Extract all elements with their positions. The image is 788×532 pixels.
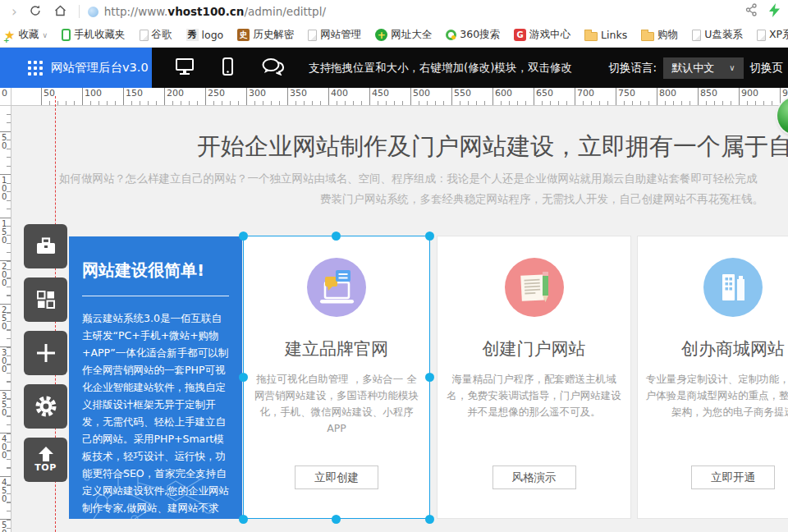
- ruler-label: 100: [85, 88, 102, 99]
- home-icon[interactable]: [53, 4, 67, 20]
- ruler-tick: [123, 88, 124, 105]
- bookmark-item[interactable]: +网址大全: [375, 28, 432, 42]
- card-desc: 海量精品门户程序，配套赠送主机域名，免费安装调试指导，门户网站建设并不是想像的那…: [445, 371, 622, 420]
- editor-tip-text: 支持拖拽位置和大小，右键增加(修改)模块，双击修改: [309, 61, 572, 76]
- bookmark-folder[interactable]: 购物: [641, 28, 678, 42]
- bookmark-item[interactable]: 360搜索: [446, 28, 500, 42]
- add-module-button[interactable]: [24, 331, 67, 375]
- bookmark-item[interactable]: 史历史解密: [237, 28, 294, 42]
- share-icon[interactable]: [744, 3, 758, 20]
- style-demo-button[interactable]: 风格演示: [492, 466, 576, 489]
- language-label: 切换语言:: [609, 61, 657, 76]
- bookmark-item[interactable]: 网站管理: [308, 28, 361, 42]
- lightning-icon[interactable]: [769, 3, 780, 21]
- bookmark-item[interactable]: G游戏中心: [514, 28, 570, 42]
- ruler-label: 1 0 0: [2, 177, 7, 201]
- ruler-tick: [328, 88, 329, 105]
- toolbox-button[interactable]: [24, 224, 67, 268]
- bookmark-item[interactable]: U盘装系: [692, 28, 743, 42]
- selection-handle[interactable]: [239, 232, 248, 241]
- ruler-label: 2 0 0: [2, 263, 7, 287]
- ruler-label: 300: [249, 88, 266, 99]
- card-title: 建立品牌官网: [244, 337, 429, 360]
- language-value: 默认中文: [671, 61, 714, 76]
- bookmark-item[interactable]: XP系统: [757, 28, 788, 42]
- chat-bubbles-icon[interactable]: [261, 57, 284, 79]
- open-now-button[interactable]: 立即开通: [691, 466, 775, 489]
- bookmark-mobile-folder[interactable]: 手机收藏夹: [62, 28, 126, 42]
- page-switch-link[interactable]: 切换页: [750, 61, 784, 76]
- card-brand-site[interactable]: 建立品牌官网 拖拉可视化自助管理 ，多站合一 全网营销网站建设，多国语种功能模块…: [243, 236, 430, 519]
- ruler-label: 450: [372, 88, 389, 99]
- page-icon: [757, 30, 766, 41]
- ruler-tick: [0, 390, 11, 391]
- page-icon: [140, 30, 149, 41]
- bookmark-label: 谷歌: [152, 28, 172, 42]
- bookmark-label: 360搜索: [460, 28, 500, 42]
- bookmark-label: 历史解密: [253, 28, 294, 42]
- card-title: 创建门户网站: [438, 337, 630, 360]
- ring-360-icon: [446, 30, 456, 40]
- forward-icon[interactable]: ›: [11, 5, 17, 19]
- chevron-down-icon: ∨: [729, 63, 735, 72]
- ruler-tick: [0, 218, 11, 218]
- ruler-tick: [246, 88, 247, 105]
- ruler-label: 900: [741, 88, 758, 99]
- promo-title: 网站建设很简单!: [82, 259, 229, 282]
- ruler-tick: [0, 519, 11, 520]
- bookmark-label: 购物: [657, 28, 678, 42]
- bookmark-item[interactable]: 秀logo: [186, 29, 224, 41]
- bookmark-label: XP系统: [769, 28, 788, 42]
- card-mall-site[interactable]: 创办商城网站 专业量身定制设计、定制功能，注重用户体验是商城型网站的重点，整合S…: [637, 236, 788, 519]
- promo-panel[interactable]: 网站建设很简单! 巅云建站系统3.0是一佰互联自主研发“PC+手机+微站+购物+…: [69, 236, 242, 519]
- selection-handle[interactable]: [425, 515, 434, 524]
- ruler-tick: [0, 260, 11, 261]
- ruler-tick: [410, 88, 411, 105]
- bookmark-folder[interactable]: Links: [584, 29, 627, 41]
- card-desc: 专业量身定制设计、定制功能，注重用户体验是商城型网站的重点，整合SEO架构，为您…: [645, 371, 788, 420]
- bookmark-favorites[interactable]: ★收藏∨: [4, 28, 48, 43]
- ruler-tick: [164, 88, 165, 105]
- bookmark-label: 网站管理: [320, 28, 361, 42]
- modules-button[interactable]: [24, 277, 67, 322]
- vertical-ruler: 5 01 0 01 5 02 0 02 5 03 0 03 5 04 0 04 …: [0, 106, 11, 532]
- desktop-view-icon[interactable]: [175, 57, 195, 79]
- bookmark-item[interactable]: 谷歌: [140, 28, 172, 42]
- folder-icon: [641, 32, 654, 41]
- create-now-button[interactable]: 立即创建: [295, 466, 378, 489]
- selection-handle[interactable]: [425, 373, 434, 382]
- game-g-icon: G: [514, 29, 526, 41]
- settings-button[interactable]: [24, 384, 67, 429]
- back-to-top-button[interactable]: TOP: [24, 438, 67, 482]
- ruler-tick: [739, 88, 740, 105]
- ruler-label: 800: [659, 88, 676, 99]
- mobile-view-icon[interactable]: [222, 57, 233, 79]
- ruler-tick: [0, 174, 11, 175]
- ruler-label: 4 5 0: [2, 479, 7, 503]
- admin-topbar: 网站管理后台v3.0 支持拖拽位置和大小，右键增加(修改)模块，双击修改 切换语…: [0, 48, 788, 88]
- selection-handle[interactable]: [332, 232, 341, 241]
- selection-handle[interactable]: [239, 373, 248, 382]
- ruler-label: 3 0 0: [2, 349, 7, 374]
- selection-handle[interactable]: [332, 515, 341, 524]
- ruler-label: 5 0: [2, 134, 7, 150]
- ruler-tick: [0, 433, 11, 433]
- url-domain: vhost100.cn: [167, 5, 244, 18]
- folder-icon: [584, 32, 598, 41]
- ruler-label: 400: [331, 88, 348, 99]
- admin-brand[interactable]: 网站管理后台v3.0: [0, 48, 152, 88]
- ruler-tick: [0, 304, 11, 305]
- gear-icon: [34, 395, 57, 418]
- divider: [79, 5, 80, 18]
- refresh-icon[interactable]: [29, 4, 42, 20]
- horizontal-ruler: 5010015020025030035040045050055060065070…: [11, 88, 788, 106]
- mall-site-icon: [703, 258, 763, 317]
- ruler-tick: [616, 88, 616, 105]
- page-icon: [692, 30, 701, 41]
- selection-handle[interactable]: [425, 232, 434, 241]
- selection-handle[interactable]: [239, 515, 248, 524]
- card-portal-site[interactable]: 创建门户网站 海量精品门户程序，配套赠送主机域名，免费安装调试指导，门户网站建设…: [437, 236, 631, 519]
- address-bar[interactable]: http://www.vhost100.cn/admin/edittpl/: [104, 5, 326, 18]
- ruler-tick: [698, 88, 699, 105]
- language-select[interactable]: 默认中文∨: [663, 57, 743, 79]
